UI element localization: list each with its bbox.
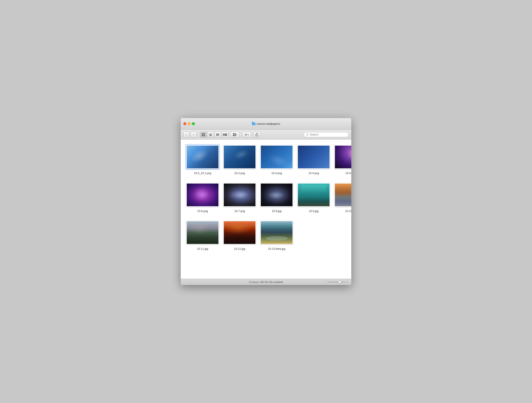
file-grid: 10-0_10.1.png10-2.png10-3.png10-4.png10-… bbox=[185, 144, 347, 251]
file-item[interactable]: 10-0_10.1.png bbox=[185, 144, 220, 175]
file-thumbnail bbox=[335, 183, 351, 207]
grid-icon bbox=[202, 133, 205, 136]
svg-rect-0 bbox=[202, 133, 203, 134]
file-item[interactable]: 10-10.jpg bbox=[333, 182, 351, 213]
file-thumbnail bbox=[335, 145, 351, 169]
svg-rect-4 bbox=[209, 134, 212, 134]
statusbar: 13 items, 462.89 GB available − + bbox=[181, 279, 351, 285]
close-button[interactable] bbox=[184, 122, 186, 125]
search-input[interactable] bbox=[310, 133, 346, 136]
file-item[interactable]: 10-9.jpg bbox=[296, 182, 331, 213]
file-label: 10-11.jpg bbox=[197, 247, 208, 251]
file-label: 10-2.png bbox=[234, 172, 245, 175]
thumb-wrapper bbox=[185, 220, 220, 246]
file-thumbnail bbox=[186, 221, 219, 244]
file-item[interactable]: 10-8.jpg bbox=[259, 182, 294, 213]
file-thumbnail bbox=[298, 183, 330, 207]
arrange-button[interactable]: ▾ bbox=[230, 132, 240, 138]
svg-rect-6 bbox=[209, 136, 212, 136]
action-button[interactable]: ⚙ ▾ bbox=[242, 132, 251, 138]
zoom-slider[interactable]: − + bbox=[325, 281, 348, 283]
coverflow-view-button[interactable] bbox=[222, 132, 228, 138]
column-view-button[interactable] bbox=[214, 132, 221, 138]
view-buttons-2: ▾ bbox=[230, 132, 240, 138]
file-thumbnail bbox=[260, 221, 293, 244]
svg-rect-10 bbox=[223, 133, 224, 136]
action-chevron: ▾ bbox=[247, 133, 249, 136]
thumb-wrapper bbox=[222, 144, 257, 170]
file-label: 10-3.png bbox=[271, 172, 282, 175]
file-thumbnail bbox=[186, 183, 219, 207]
window-title: macos-wallpapers bbox=[252, 122, 280, 126]
svg-rect-1 bbox=[204, 133, 205, 134]
coverflow-icon bbox=[223, 133, 227, 136]
list-view-button[interactable] bbox=[207, 132, 214, 138]
traffic-lights bbox=[184, 122, 195, 125]
svg-rect-16 bbox=[233, 135, 234, 136]
zoom-out-icon: − bbox=[325, 281, 327, 283]
file-item[interactable]: 10-2.png bbox=[222, 144, 257, 175]
file-label: 10-7.png bbox=[234, 210, 245, 213]
slider-track[interactable] bbox=[328, 282, 345, 283]
titlebar: macos-wallpapers bbox=[181, 118, 351, 130]
svg-rect-7 bbox=[216, 133, 217, 136]
file-label: 10-10.jpg bbox=[345, 210, 351, 213]
slider-thumb bbox=[338, 281, 341, 283]
svg-rect-2 bbox=[202, 135, 203, 136]
list-icon bbox=[209, 133, 212, 136]
file-item[interactable]: 10-13-beta.jpg bbox=[259, 220, 294, 251]
file-label: 10-13-beta.jpg bbox=[268, 247, 285, 251]
file-label: 10-0_10.1.png bbox=[194, 172, 211, 175]
file-thumbnail bbox=[223, 221, 256, 244]
file-label: 10-9.jpg bbox=[309, 210, 318, 213]
file-content: 10-0_10.1.png10-2.png10-3.png10-4.png10-… bbox=[181, 139, 351, 279]
file-item[interactable]: 10-5.png bbox=[333, 144, 351, 175]
svg-rect-17 bbox=[234, 135, 235, 136]
arrange-icon bbox=[233, 133, 236, 136]
svg-rect-11 bbox=[224, 133, 225, 136]
file-thumbnail bbox=[260, 183, 293, 207]
thumb-wrapper bbox=[259, 182, 294, 208]
thumb-wrapper bbox=[222, 182, 257, 208]
file-item[interactable]: 10-6.png bbox=[185, 182, 220, 213]
thumb-wrapper bbox=[296, 144, 331, 170]
svg-rect-5 bbox=[209, 135, 212, 135]
file-item[interactable]: 10-11.jpg bbox=[185, 220, 220, 251]
search-box[interactable] bbox=[304, 132, 348, 137]
svg-rect-15 bbox=[234, 133, 235, 134]
finder-window: macos-wallpapers ‹ › bbox=[181, 118, 351, 285]
file-item[interactable]: 10-4.png bbox=[296, 144, 331, 175]
file-label: 10-12.jpg bbox=[234, 247, 245, 251]
file-label: 10-5.png bbox=[345, 172, 351, 175]
file-item[interactable]: 10-12.jpg bbox=[222, 220, 257, 251]
columns-icon bbox=[216, 133, 219, 136]
toolbar: ‹ › bbox=[181, 130, 351, 139]
file-label: 10-6.png bbox=[197, 210, 208, 213]
gear-icon: ⚙ bbox=[245, 133, 247, 136]
svg-line-19 bbox=[308, 135, 308, 136]
share-button[interactable] bbox=[253, 132, 260, 138]
file-item[interactable]: 10-3.png bbox=[259, 144, 294, 175]
thumb-wrapper bbox=[259, 220, 294, 246]
file-thumbnail bbox=[223, 183, 256, 207]
file-item[interactable]: 10-7.png bbox=[222, 182, 257, 213]
svg-rect-12 bbox=[225, 133, 226, 136]
file-thumbnail bbox=[260, 145, 293, 169]
svg-rect-8 bbox=[217, 133, 218, 136]
arrange-chevron: ▾ bbox=[236, 133, 237, 136]
file-label: 10-4.png bbox=[308, 172, 319, 175]
share-icon bbox=[255, 133, 258, 136]
thumb-wrapper bbox=[222, 220, 257, 246]
search-icon bbox=[306, 133, 309, 136]
forward-button[interactable]: › bbox=[190, 132, 196, 138]
maximize-button[interactable] bbox=[192, 122, 195, 125]
minimize-button[interactable] bbox=[188, 122, 190, 125]
icon-view-button[interactable] bbox=[200, 132, 207, 138]
thumb-wrapper bbox=[333, 182, 351, 208]
thumb-wrapper bbox=[259, 144, 294, 170]
file-thumbnail bbox=[186, 145, 219, 169]
svg-rect-14 bbox=[233, 133, 234, 134]
zoom-in-icon: + bbox=[346, 281, 348, 283]
svg-point-18 bbox=[306, 133, 308, 135]
back-button[interactable]: ‹ bbox=[184, 132, 189, 138]
